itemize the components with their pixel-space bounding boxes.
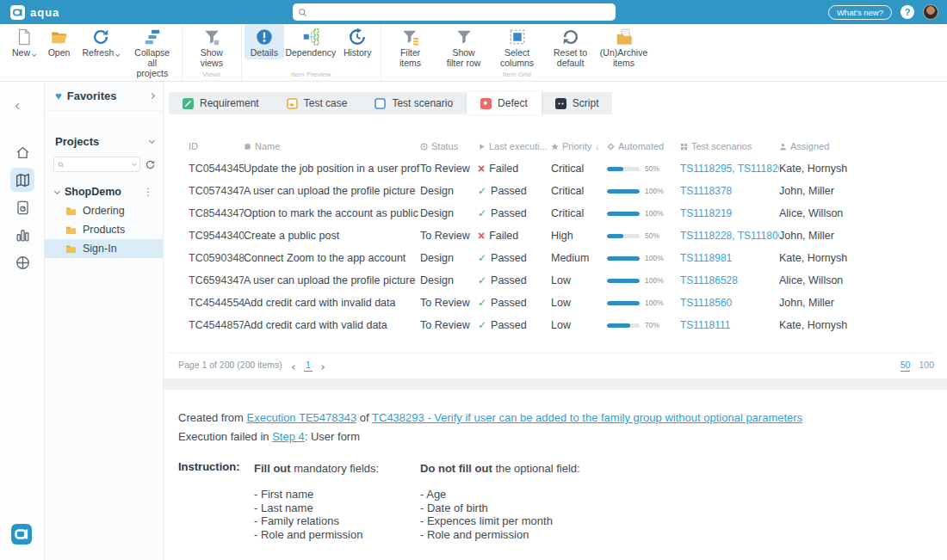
select-columns-button[interactable]: Select columns xyxy=(491,24,544,70)
global-search[interactable] xyxy=(293,3,616,21)
column-header-test-scenarios[interactable]: Test scenarios xyxy=(680,141,779,151)
failed-suffix-text: : User form xyxy=(305,430,360,443)
table-row[interactable]: TC9544340Create a public postTo Review×F… xyxy=(189,225,934,247)
global-search-input[interactable] xyxy=(311,7,610,17)
tab-test-scenario[interactable]: Test scenario xyxy=(361,92,467,114)
table-row[interactable]: TC4544554Add credit card with invalid da… xyxy=(189,292,934,314)
optional-fields-column: Do not fill out the optional field: - Ag… xyxy=(420,462,580,541)
tab-test-case[interactable]: Test case xyxy=(273,92,362,114)
project-search-input[interactable] xyxy=(67,160,133,169)
column-header-id[interactable]: ID xyxy=(189,141,244,151)
aqua-logo-bottom-icon[interactable] xyxy=(11,524,32,545)
rail-item-modules[interactable] xyxy=(10,250,34,274)
instruction-item: - Role and permission xyxy=(254,528,379,542)
cell-priority: Critical xyxy=(551,185,607,197)
show-filter-row-button[interactable]: Show filter row xyxy=(437,24,491,70)
tab-defect[interactable]: Defect xyxy=(467,92,542,114)
folder-icon xyxy=(65,244,77,254)
column-header-last-executi[interactable]: Last executi... xyxy=(478,141,551,151)
rail-item-home[interactable] xyxy=(10,140,34,164)
whats-new-button[interactable]: What's new? xyxy=(828,5,892,20)
column-header-name[interactable]: Name xyxy=(244,141,420,151)
refresh-projects-icon[interactable] xyxy=(145,159,156,170)
testcase-icon xyxy=(287,98,298,109)
testcase-link[interactable]: TC438293 - Verify if user can be added t… xyxy=(372,411,802,424)
projects-header[interactable]: Projects xyxy=(55,135,154,148)
collapse-all-projects-button[interactable]: Collapse all projects xyxy=(126,24,179,80)
table-row[interactable]: TC0574347A user can upload the profile p… xyxy=(189,180,934,202)
current-page[interactable]: 1 xyxy=(304,360,313,372)
user-avatar[interactable] xyxy=(923,4,938,20)
refresh-button[interactable]: Refresh xyxy=(77,24,126,59)
tree-item-sign-in[interactable]: Sign-In xyxy=(45,239,163,258)
open-button[interactable]: Open xyxy=(42,24,77,59)
search-filter-caret-icon[interactable] xyxy=(133,161,137,165)
refresh-icon xyxy=(91,28,110,46)
favorites-expand-icon[interactable] xyxy=(149,93,155,99)
tree-item-ordering[interactable]: Ordering xyxy=(45,201,163,220)
column-header-label: Assigned xyxy=(790,141,829,151)
dependency-button[interactable]: Dependency xyxy=(284,24,337,59)
project-search[interactable] xyxy=(53,157,140,172)
execution-link[interactable]: Execution TE5478343 xyxy=(247,411,357,424)
rail-item-reports[interactable] xyxy=(10,195,34,219)
collapse-all-projects-label: Collapse all projects xyxy=(132,47,173,78)
filter-items-button[interactable]: Filter items xyxy=(384,24,437,70)
projects-collapse-icon[interactable] xyxy=(149,138,155,144)
tab-script[interactable]: Script xyxy=(542,92,613,114)
open-folder-icon xyxy=(50,28,69,46)
step-link[interactable]: Step 4 xyxy=(272,430,305,443)
details-button[interactable]: Details xyxy=(244,24,284,59)
column-header-label: Name xyxy=(255,141,280,151)
cell-last-execution: ✓Passed xyxy=(478,319,551,331)
automated-progress-bar xyxy=(607,189,640,194)
new-button[interactable]: New xyxy=(6,24,42,59)
table-row[interactable]: TC0590348Connect Zoom to the app account… xyxy=(189,247,934,269)
un-archive-items-button[interactable]: (Un)Archive items xyxy=(597,24,651,70)
prev-page-icon[interactable] xyxy=(293,360,296,371)
test-scenario-link[interactable]: TS1118295, TS1118203 xyxy=(680,163,779,175)
test-scenario-link[interactable]: TS1118228, TS1118002 xyxy=(680,230,779,242)
test-scenario-link[interactable]: TS1118981 xyxy=(680,252,732,264)
favorites-row[interactable]: ♥ Favorites xyxy=(45,82,163,111)
tree-item-products[interactable]: Products xyxy=(45,220,163,239)
test-scenario-link[interactable]: TS1118378 xyxy=(680,185,732,197)
table-row[interactable]: TC0544345Update the job position in a us… xyxy=(189,157,934,180)
history-icon xyxy=(348,28,367,46)
test-scenario-link[interactable]: TS1118111 xyxy=(680,319,731,331)
cell-name: Option to mark the account as public xyxy=(244,207,420,219)
column-header-automated[interactable]: Automated xyxy=(607,141,680,151)
test-scenario-link[interactable]: TS1118219 xyxy=(680,207,732,219)
tree-root-shopdemo[interactable]: ShopDemo ⋮ xyxy=(45,182,163,201)
show-views-button[interactable]: Show views xyxy=(185,24,238,70)
reset-to-default-label: Reset to default xyxy=(550,47,591,68)
next-page-icon[interactable] xyxy=(320,360,324,371)
tree-root-menu-icon[interactable]: ⋮ xyxy=(140,186,156,198)
tree-expand-icon[interactable] xyxy=(54,188,60,194)
history-button[interactable]: History xyxy=(337,24,378,59)
reset-to-default-button[interactable]: Reset to default xyxy=(544,24,597,70)
column-header-priority[interactable]: Priority↓ xyxy=(551,141,607,151)
pagination: Page 1 of 200 (200 items) 1 50100 xyxy=(164,356,947,375)
instruction-item: - Date of birth xyxy=(420,502,580,515)
test-scenario-link[interactable]: TS11186528 xyxy=(680,274,738,286)
table-row[interactable]: TC6594347A user can upload the profile p… xyxy=(189,269,934,292)
table-row[interactable]: TC4544857Add credit card with valid data… xyxy=(189,314,934,336)
rail-item-projects[interactable] xyxy=(10,168,34,192)
column-header-assigned[interactable]: Assigned xyxy=(779,141,934,151)
table-row[interactable]: TC8544347Option to mark the account as p… xyxy=(189,202,934,225)
collapse-sidebar-button[interactable] xyxy=(13,93,24,115)
test-scenario-link[interactable]: TS1118560 xyxy=(680,297,732,309)
help-button[interactable]: ? xyxy=(901,5,914,19)
tab-requirement[interactable]: Requirement xyxy=(169,92,273,114)
column-header-status[interactable]: Status xyxy=(420,141,478,151)
cell-id: TC6594347 xyxy=(189,274,244,286)
details-icon xyxy=(255,28,274,46)
rail-item-statistics[interactable] xyxy=(10,223,34,247)
automated-progress-bar xyxy=(607,301,640,305)
page-size-50[interactable]: 50 xyxy=(901,360,911,372)
column-header-label: ID xyxy=(189,141,198,151)
failed-icon: × xyxy=(478,231,485,240)
cell-assigned: Kate, Hornysh xyxy=(779,163,934,175)
page-size-100[interactable]: 100 xyxy=(919,360,934,372)
